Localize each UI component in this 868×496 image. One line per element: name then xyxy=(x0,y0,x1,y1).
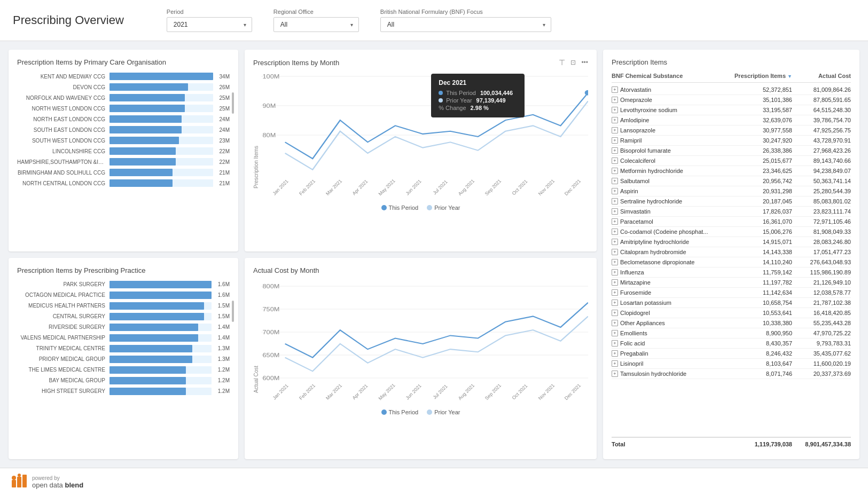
expand-row-icon[interactable]: + xyxy=(612,147,618,154)
expand-row-icon[interactable]: + xyxy=(612,360,618,367)
table-row[interactable]: + Atorvastatin 52,372,851 81,009,864.26 xyxy=(612,85,851,95)
table-row[interactable]: + Emollients 8,900,950 47,970,725.22 xyxy=(612,328,851,338)
col-cost[interactable]: Actual Cost xyxy=(792,73,851,79)
table-row[interactable]: + Influenza 11,759,142 115,986,190.89 xyxy=(612,267,851,278)
table-row[interactable]: + Aspirin 20,931,298 25,280,544.39 xyxy=(612,186,851,196)
bar-label: CENTRAL SURGERY xyxy=(17,313,105,319)
expand-row-icon[interactable]: + xyxy=(612,178,618,184)
items-cell: 15,006,276 xyxy=(728,229,792,235)
items-cell: 17,826,037 xyxy=(728,208,792,215)
substance-name: Beclometasone dipropionate xyxy=(620,259,694,265)
expand-row-icon[interactable]: + xyxy=(612,208,618,215)
primary-care-chart-card: Prescription Items by Primary Care Organ… xyxy=(9,50,238,251)
items-cell: 20,956,742 xyxy=(728,178,792,184)
expand-row-icon[interactable]: + xyxy=(612,188,618,194)
table-row[interactable]: + Salbutamol 20,956,742 50,363,741.14 xyxy=(612,176,851,186)
expand-row-icon[interactable]: + xyxy=(612,137,618,144)
table-row[interactable]: + Folic acid 8,430,357 9,793,783.31 xyxy=(612,338,851,349)
expand-row-icon[interactable]: + xyxy=(612,127,618,133)
chart-tooltip: Dec 2021 This Period 100,034,446 Prior Y… xyxy=(431,74,525,117)
items-cell: 11,142,634 xyxy=(728,289,792,296)
regional-office-filter-label: Regional Office xyxy=(273,9,359,15)
expand-row-icon[interactable]: + xyxy=(612,86,618,93)
table-row[interactable]: + Citalopram hydrobromide 14,143,338 17,… xyxy=(612,247,851,257)
table-row[interactable]: + Bisoprolol fumarate 26,338,386 27,968,… xyxy=(612,146,851,156)
table-row[interactable]: + Beclometasone dipropionate 14,110,240 … xyxy=(612,257,851,267)
items-cell: 30,977,558 xyxy=(728,127,792,133)
expand-row-icon[interactable]: + xyxy=(612,259,618,265)
expand-row-icon[interactable]: + xyxy=(612,198,618,204)
odb-logo-icon xyxy=(11,474,28,491)
expand-row-icon[interactable]: + xyxy=(612,310,618,316)
bnf-focus-select[interactable]: All ▾ xyxy=(380,17,551,32)
regional-office-select-wrapper[interactable]: All ▾ xyxy=(273,17,359,32)
bar-label: OCTAGON MEDICAL PRACTICE xyxy=(17,292,105,298)
bar-fill xyxy=(110,169,173,176)
list-item: PRIORY MEDICAL GROUP 1.3M xyxy=(17,356,230,363)
expand-row-icon[interactable]: + xyxy=(612,229,618,235)
expand-icon[interactable]: ⊡ xyxy=(570,59,576,66)
table-row[interactable]: + Amlodipine 32,639,076 39,786,754.70 xyxy=(612,115,851,125)
cost-cell: 11,600,020.19 xyxy=(792,360,851,367)
table-row[interactable]: + Ramipril 30,247,920 43,728,970.91 xyxy=(612,136,851,146)
cost-line-chart: 800M 750M 700M 650M 600M xyxy=(261,281,588,393)
bnf-focus-select-wrapper[interactable]: All ▾ xyxy=(380,17,551,32)
table-row[interactable]: + Simvastatin 17,826,037 23,823,111.74 xyxy=(612,207,851,217)
table-row[interactable]: + Metformin hydrochloride 23,346,625 94,… xyxy=(612,166,851,176)
svg-text:90M: 90M xyxy=(263,103,276,108)
expand-row-icon[interactable]: + xyxy=(612,168,618,174)
expand-row-icon[interactable]: + xyxy=(612,239,618,245)
expand-row-icon[interactable]: + xyxy=(612,300,618,306)
bar-label: LINCOLNSHIRE CCG xyxy=(17,148,105,154)
legend-prior-year: Prior Year xyxy=(427,204,460,211)
bar-container xyxy=(110,388,212,395)
table-row[interactable]: + Co-codamol (Codeine phosphat... 15,006… xyxy=(612,227,851,237)
table-row[interactable]: + Paracetamol 16,361,070 72,971,105.46 xyxy=(612,217,851,227)
bar-container xyxy=(110,292,212,299)
expand-row-icon[interactable]: + xyxy=(612,289,618,296)
table-row[interactable]: + Furosemide 11,142,634 12,038,578.77 xyxy=(612,288,851,298)
table-row[interactable]: + Pregabalin 8,246,432 35,435,077.62 xyxy=(612,349,851,359)
table-row[interactable]: + Omeprazole 35,101,386 87,805,591.65 xyxy=(612,95,851,105)
sort-indicator: ▼ xyxy=(787,74,792,79)
expand-row-icon[interactable]: + xyxy=(612,249,618,255)
bar-value: 1.4M xyxy=(218,324,230,330)
period-select-wrapper[interactable]: 2021 ▾ xyxy=(167,17,252,32)
bar-container xyxy=(110,137,213,144)
regional-office-select[interactable]: All ▾ xyxy=(273,17,359,32)
col-items[interactable]: Prescription Items ▼ xyxy=(728,73,792,79)
expand-row-icon[interactable]: + xyxy=(612,97,618,103)
substance-cell: + Amlodipine xyxy=(612,117,728,123)
filter-icon[interactable]: ⊤ xyxy=(559,58,565,67)
more-icon[interactable]: ••• xyxy=(581,59,588,66)
table-row[interactable]: + Lansoprazole 30,977,558 47,925,256.75 xyxy=(612,125,851,136)
table-row[interactable]: + Sertraline hydrochloride 20,187,045 85… xyxy=(612,196,851,207)
table-row[interactable]: + Losartan potassium 10,658,754 21,787,1… xyxy=(612,298,851,308)
table-row[interactable]: + Levothyroxine sodium 33,195,587 64,515… xyxy=(612,105,851,115)
expand-row-icon[interactable]: + xyxy=(612,320,618,326)
expand-row-icon[interactable]: + xyxy=(612,340,618,347)
table-row[interactable]: + Colecalciferol 25,015,677 89,143,740.6… xyxy=(612,156,851,166)
items-cell: 10,553,641 xyxy=(728,310,792,316)
expand-row-icon[interactable]: + xyxy=(612,269,618,275)
expand-row-icon[interactable]: + xyxy=(612,279,618,286)
expand-row-icon[interactable]: + xyxy=(612,330,618,336)
table-row[interactable]: + Tamsulosin hydrochloride 8,071,746 20,… xyxy=(612,369,851,379)
expand-row-icon[interactable]: + xyxy=(612,350,618,357)
table-row[interactable]: + Mirtazapine 11,197,782 21,126,949.10 xyxy=(612,278,851,288)
cost-cell: 21,126,949.10 xyxy=(792,279,851,286)
expand-row-icon[interactable]: + xyxy=(612,158,618,164)
expand-row-icon[interactable]: + xyxy=(612,117,618,123)
expand-row-icon[interactable]: + xyxy=(612,371,618,377)
expand-row-icon[interactable]: + xyxy=(612,218,618,225)
cost-cell: 20,337,373.69 xyxy=(792,371,851,377)
period-select[interactable]: 2021 ▾ xyxy=(167,17,252,32)
table-row[interactable]: + Clopidogrel 10,553,641 16,418,420.85 xyxy=(612,308,851,318)
table-row[interactable]: + Amitriptyline hydrochloride 14,915,071… xyxy=(612,237,851,247)
cost-cell: 87,805,591.65 xyxy=(792,97,851,103)
table-row[interactable]: + Other Appliances 10,338,380 55,235,443… xyxy=(612,318,851,328)
table-row[interactable]: + Lisinopril 8,103,647 11,600,020.19 xyxy=(612,359,851,369)
tooltip-prior-year-row: Prior Year 97,139,449 xyxy=(439,97,517,104)
svg-text:80M: 80M xyxy=(263,132,276,138)
expand-row-icon[interactable]: + xyxy=(612,107,618,113)
